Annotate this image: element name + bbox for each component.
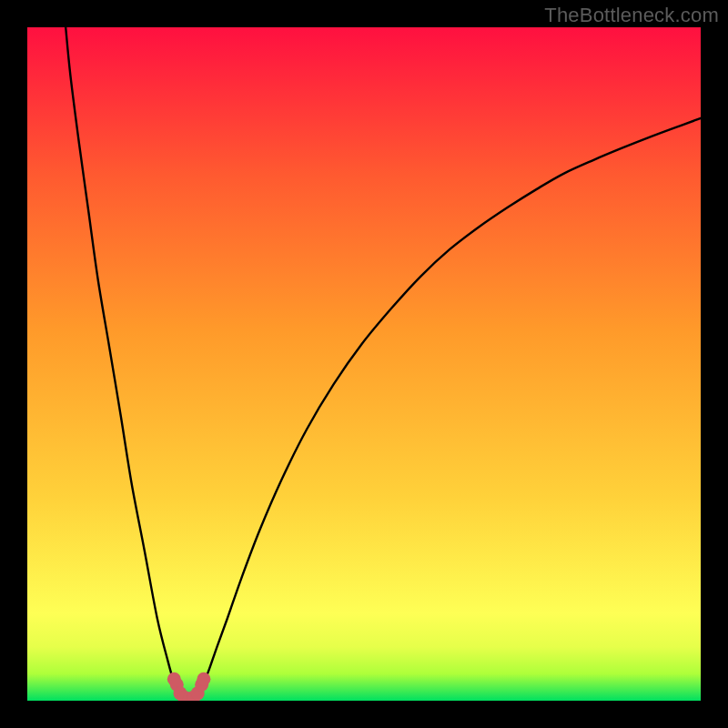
valley-marker bbox=[197, 672, 210, 686]
watermark-text: TheBottleneck.com bbox=[544, 4, 719, 27]
chart-frame: TheBottleneck.com bbox=[0, 0, 728, 728]
bottleneck-plot bbox=[27, 27, 701, 701]
plot-svg bbox=[27, 27, 701, 701]
gradient-background bbox=[27, 27, 701, 701]
